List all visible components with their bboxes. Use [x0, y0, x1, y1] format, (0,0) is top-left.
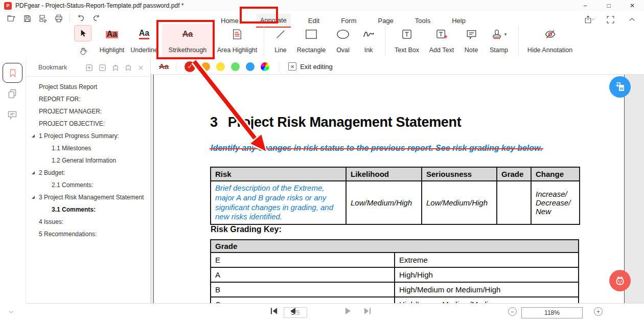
- rectangle-tool[interactable]: Rectangle: [293, 24, 330, 58]
- exit-editing-button[interactable]: ✕ Exit editing: [288, 62, 333, 71]
- expand-all-icon[interactable]: [85, 64, 93, 72]
- collapse-toolbar-icon[interactable]: [627, 14, 637, 25]
- maximize-icon[interactable]: □: [597, 0, 620, 11]
- next-page-button[interactable]: [345, 307, 352, 315]
- bookmark-item[interactable]: 1.2 General Information: [26, 154, 150, 167]
- zoom-in-button[interactable]: +: [594, 307, 603, 316]
- main-toolbar: Home Annotate Edit Form Page Tools Help …: [0, 11, 644, 59]
- bookmark-panel-button[interactable]: [3, 63, 22, 83]
- last-page-button[interactable]: [363, 307, 372, 315]
- stamp-dropdown-caret[interactable]: ▾: [504, 32, 507, 37]
- line-tool[interactable]: Line: [268, 24, 293, 58]
- color-orange[interactable]: [201, 62, 210, 71]
- collapse-strip-icon[interactable]: [8, 308, 15, 317]
- undo-icon[interactable]: [76, 13, 86, 24]
- ink-icon: [362, 27, 375, 42]
- add-bookmark-icon[interactable]: [112, 64, 119, 72]
- redo-icon[interactable]: [91, 13, 102, 24]
- expanded-arrow-icon[interactable]: [32, 196, 35, 199]
- bookmark-item[interactable]: 4 Issues:: [26, 216, 150, 228]
- highlight-icon: Aa: [106, 27, 118, 42]
- color-green[interactable]: [231, 62, 240, 71]
- save-icon[interactable]: [22, 13, 32, 24]
- bookmark-item[interactable]: REPORT FOR:: [26, 93, 150, 105]
- oval-tool[interactable]: Oval: [330, 24, 356, 58]
- area-highlight-icon: [232, 27, 242, 42]
- area-highlight-tool[interactable]: Area Highlight: [215, 24, 260, 58]
- zoom-level-box[interactable]: 118%: [521, 307, 583, 318]
- first-page-button[interactable]: [270, 307, 279, 315]
- strikethrough-options-bar: Aa ✓ ✕ Exit editing: [151, 59, 644, 75]
- bookmark-item[interactable]: 1 Project Progress Summary:: [26, 130, 150, 142]
- bookmark-item[interactable]: 2 Budget:: [26, 167, 150, 179]
- hide-annotation-icon: [544, 27, 557, 42]
- pdfgear-logo-icon: P: [4, 2, 12, 10]
- color-yellow[interactable]: [216, 62, 225, 71]
- bookmark-item[interactable]: PROJECT MANAGER:: [26, 105, 150, 118]
- highlight-tool[interactable]: Aa Highlight: [96, 24, 128, 58]
- close-icon[interactable]: ✕: [620, 0, 644, 11]
- status-bar: 5/5 − 118% +: [26, 303, 644, 321]
- risk-grading-key-label: Risk Grading Key:: [211, 225, 282, 234]
- current-tool-mini-icon: Aa: [159, 62, 169, 71]
- bookmark-item-current[interactable]: 3.1 Comments:: [26, 203, 150, 216]
- hide-annotation-tool[interactable]: Hide Annotation: [523, 24, 577, 58]
- text-box-tool[interactable]: Text Box: [389, 24, 424, 58]
- underline-tool[interactable]: Aa Underline: [128, 24, 160, 58]
- bookmark-item[interactable]: 3 Project Risk Management Statement: [26, 191, 150, 203]
- bookmark-panel-title: Bookmark: [38, 64, 80, 71]
- expanded-arrow-icon[interactable]: [32, 134, 35, 137]
- hand-tool-button[interactable]: [74, 43, 91, 59]
- page-number-box[interactable]: 5/5: [284, 307, 307, 318]
- remove-bookmark-icon[interactable]: [125, 64, 132, 72]
- strikethrough-annotated-text[interactable]: Identify any changes in risk status to t…: [211, 144, 542, 152]
- document-viewport[interactable]: 3Project Risk Management Statement Ident…: [151, 75, 644, 303]
- close-panel-icon[interactable]: [137, 64, 144, 71]
- minimize-icon[interactable]: –: [573, 0, 597, 11]
- ink-tool[interactable]: Ink: [356, 24, 381, 58]
- risk-table-header: Likelihood: [346, 167, 422, 181]
- pdf-to-word-icon: W: [613, 80, 627, 94]
- note-tool[interactable]: Note: [459, 24, 484, 58]
- add-text-tool[interactable]: Add Text: [424, 24, 459, 58]
- bookmark-item[interactable]: PROJECT OBJECTIVE:: [26, 118, 150, 130]
- bookmark-item[interactable]: 2.1 Comments:: [26, 179, 150, 191]
- expanded-arrow-icon[interactable]: [32, 171, 35, 174]
- assistant-robot-button[interactable]: [609, 270, 631, 291]
- strikethrough-icon: Aa: [182, 27, 193, 42]
- collapse-all-icon[interactable]: [99, 64, 106, 72]
- table-row: E Extreme: [211, 253, 579, 267]
- zoom-out-button[interactable]: −: [508, 307, 517, 316]
- stamp-tool[interactable]: ▾ Stamp: [484, 24, 514, 58]
- fullscreen-icon[interactable]: [605, 14, 615, 25]
- bookmark-item[interactable]: 1.1 Milestones: [26, 142, 150, 154]
- add-text-icon: [435, 27, 448, 42]
- open-file-icon[interactable]: [6, 13, 16, 24]
- convert-to-word-button[interactable]: W: [609, 76, 631, 98]
- title-bar: P PDFgear - Project-Status-Report-Templa…: [0, 0, 644, 11]
- color-blue[interactable]: [246, 62, 255, 71]
- bookmark-panel: Bookmark Project Status Report REPORT FO…: [26, 59, 151, 303]
- risk-table-header: Risk: [211, 167, 346, 181]
- bookmark-item[interactable]: 5 Recommendations:: [26, 228, 150, 240]
- note-icon: [466, 27, 477, 42]
- bookmark-item[interactable]: Project Status Report: [26, 81, 150, 93]
- share-icon[interactable]: [584, 14, 594, 25]
- save-as-icon[interactable]: [38, 13, 48, 24]
- print-icon[interactable]: [54, 13, 64, 24]
- strikethrough-tool[interactable]: Aa Strikethrough: [162, 24, 213, 58]
- comments-panel-button[interactable]: [7, 110, 18, 121]
- line-icon: [275, 27, 286, 42]
- text-box-icon: [401, 27, 412, 42]
- section-heading: 3Project Risk Management Statement: [210, 114, 461, 130]
- color-picker-rainbow[interactable]: [261, 62, 269, 71]
- color-red-selected[interactable]: ✓: [185, 61, 195, 72]
- select-tool-button[interactable]: [74, 25, 91, 41]
- risk-table-header: Seriousness: [422, 167, 497, 181]
- risk-grading-table: Grade E Extreme A High/High B High/Mediu…: [210, 239, 579, 303]
- pages-panel-button[interactable]: [7, 88, 18, 100]
- bookmark-icon: [8, 68, 17, 78]
- underline-icon: Aa: [139, 27, 149, 42]
- rectangle-icon: [305, 27, 317, 42]
- risk-table-header: Change: [531, 167, 580, 181]
